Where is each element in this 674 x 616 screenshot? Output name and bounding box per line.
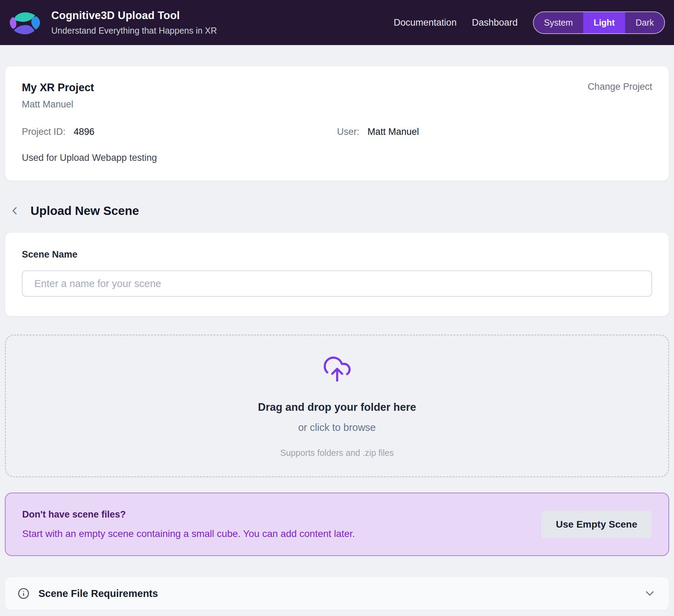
- theme-toggle: System Light Dark: [533, 11, 665, 34]
- project-description: Used for Upload Webapp testing: [22, 153, 652, 163]
- project-card: My XR Project Matt Manuel Change Project…: [5, 66, 669, 181]
- empty-scene-text-block: Don't have scene files? Start with an em…: [22, 509, 355, 539]
- project-title: My XR Project: [22, 81, 94, 94]
- cloud-upload-icon: [322, 354, 352, 384]
- requirements-expand-control[interactable]: [643, 587, 656, 600]
- requirements-label: Scene File Requirements: [38, 588, 158, 599]
- upload-section-header: Upload New Scene: [5, 204, 669, 218]
- project-title-block: My XR Project Matt Manuel: [22, 81, 94, 110]
- project-id-label: Project ID:: [22, 127, 65, 137]
- project-user-label: User:: [337, 127, 360, 137]
- theme-option-system[interactable]: System: [534, 12, 583, 33]
- dropzone-title: Drag and drop your folder here: [258, 401, 416, 414]
- theme-option-dark[interactable]: Dark: [625, 12, 664, 33]
- page-content: My XR Project Matt Manuel Change Project…: [0, 66, 674, 610]
- scene-name-input[interactable]: [22, 270, 652, 297]
- dropzone-note: Supports folders and .zip files: [280, 448, 394, 458]
- info-icon: [18, 588, 29, 599]
- chevron-left-icon: [8, 205, 21, 217]
- empty-scene-title: Don't have scene files?: [22, 509, 355, 520]
- chevron-down-icon: [643, 587, 656, 600]
- app-subtitle: Understand Everything that Happens in XR: [51, 26, 217, 36]
- empty-scene-body: Start with an empty scene containing a s…: [22, 528, 355, 539]
- project-user-value: Matt Manuel: [368, 127, 419, 137]
- section-heading: Upload New Scene: [30, 204, 139, 218]
- app-title: Cognitive3D Upload Tool: [51, 9, 217, 22]
- back-button[interactable]: [8, 205, 21, 217]
- project-info-grid: Project ID: 4896 User: Matt Manuel: [22, 127, 652, 137]
- nav-link-documentation[interactable]: Documentation: [394, 17, 457, 28]
- scene-name-card: Scene Name: [5, 232, 669, 316]
- theme-option-light[interactable]: Light: [583, 12, 625, 33]
- project-id-value: 4896: [74, 127, 95, 137]
- app-header: Cognitive3D Upload Tool Understand Every…: [0, 0, 674, 45]
- change-project-link[interactable]: Change Project: [588, 81, 652, 92]
- app-title-block: Cognitive3D Upload Tool Understand Every…: [51, 9, 217, 36]
- project-id-field: Project ID: 4896: [22, 127, 337, 137]
- dropzone-subtitle: or click to browse: [298, 422, 376, 433]
- upload-dropzone[interactable]: Drag and drop your folder here or click …: [5, 335, 669, 477]
- nav-link-dashboard[interactable]: Dashboard: [472, 17, 518, 28]
- scene-file-requirements-toggle[interactable]: Scene File Requirements: [5, 577, 669, 610]
- cognitive3d-logo-icon: [9, 8, 43, 37]
- scene-name-label: Scene Name: [22, 249, 652, 260]
- empty-scene-banner: Don't have scene files? Start with an em…: [5, 493, 669, 556]
- project-owner: Matt Manuel: [22, 99, 94, 110]
- project-user-field: User: Matt Manuel: [337, 127, 653, 137]
- use-empty-scene-button[interactable]: Use Empty Scene: [541, 511, 652, 538]
